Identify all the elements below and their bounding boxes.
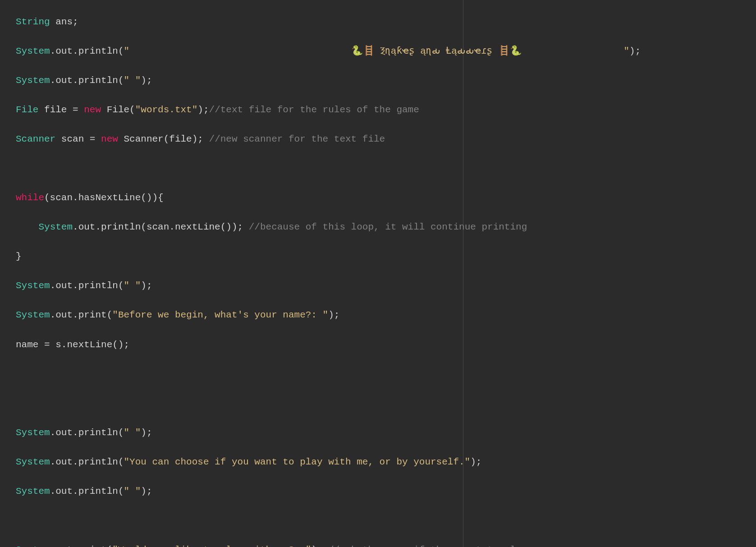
object-ref: System <box>16 545 50 547</box>
code-text: scan <box>55 134 90 144</box>
comment: //ask the user if they want to play <box>328 545 533 547</box>
code-line-empty[interactable] <box>16 367 756 382</box>
paren: ( <box>107 545 113 547</box>
constructor: Scanner <box>124 134 163 144</box>
paren: ( <box>129 105 135 115</box>
method-call: println <box>78 75 118 86</box>
paren: ( <box>107 310 113 320</box>
paren: ( <box>118 486 124 496</box>
dot: . <box>73 545 78 547</box>
dot: . <box>73 280 78 291</box>
code-line-empty[interactable] <box>16 396 756 411</box>
argument: file <box>169 134 192 144</box>
method-call: print <box>78 310 107 320</box>
object-ref: System <box>38 222 73 232</box>
property: out <box>55 486 73 496</box>
string-literal: "words.txt" <box>135 105 198 115</box>
condition: (scan.hasNextLine()){ <box>44 193 164 203</box>
code-line[interactable]: System.out.println("You can choose if yo… <box>16 455 756 470</box>
object-ref: System <box>16 46 50 56</box>
comment: //because of this loop, it will continue… <box>249 222 533 232</box>
string-literal: " " <box>124 280 141 291</box>
constructor: File <box>107 105 129 115</box>
code-text: file <box>38 105 73 115</box>
paren: ); <box>141 280 152 291</box>
method-call: println <box>78 280 118 291</box>
dot: . <box>73 222 78 232</box>
method-call: println <box>78 486 118 496</box>
string-literal: " " <box>124 486 141 496</box>
code-line[interactable]: System.out.println(" "); <box>16 74 756 88</box>
paren: ( <box>118 280 124 291</box>
dot: . <box>95 222 101 232</box>
dot: . <box>50 46 56 56</box>
code-line[interactable]: name = s.nextLine(); <box>16 338 756 353</box>
dot: . <box>73 75 78 86</box>
comment: //new scanner for the text file <box>209 134 385 144</box>
code-editor[interactable]: String ans; System.out.println(" 🐍🪜 Ⲝɳąƙ… <box>0 0 756 547</box>
object-ref: System <box>16 310 50 320</box>
type-keyword: String <box>16 17 50 27</box>
dot: . <box>50 310 56 320</box>
paren: ); <box>470 457 481 467</box>
method-call: println <box>78 457 118 467</box>
type-keyword: Scanner <box>16 134 55 144</box>
object-ref: System <box>16 75 50 86</box>
code-line[interactable]: File file = new File("words.txt");//text… <box>16 103 756 118</box>
object-ref: System <box>16 457 50 467</box>
new-keyword: new <box>78 105 107 115</box>
dot: . <box>73 46 78 56</box>
string-literal: "You can choose if you want to play with… <box>124 457 470 467</box>
operator: = <box>44 340 50 350</box>
dot: . <box>50 280 56 291</box>
paren: ); <box>141 75 152 86</box>
new-keyword: new <box>95 134 124 144</box>
code-line[interactable]: while(scan.hasNextLine()){ <box>16 191 756 206</box>
paren: ( <box>118 46 124 56</box>
code-line[interactable]: System.out.println(" "); <box>16 279 756 294</box>
dot: . <box>50 545 56 547</box>
paren: ); <box>197 105 209 115</box>
operator: = <box>73 105 78 115</box>
code-line[interactable]: System.out.print("Would you like to play… <box>16 543 756 547</box>
while-keyword: while <box>16 193 44 203</box>
method-call: print <box>78 545 107 547</box>
code-line-empty[interactable] <box>16 514 756 529</box>
code-line[interactable]: System.out.println(" 🐍🪜 Ⲝɳąƙҽʂ ąɳԃ Ⱡąԃԃҽ… <box>16 44 756 59</box>
object-ref: System <box>16 280 50 291</box>
code-line[interactable]: System.out.print("Before we begin, what'… <box>16 308 756 323</box>
dot: . <box>50 457 56 467</box>
code-line[interactable]: } <box>16 249 756 264</box>
string-literal: "Would you like to play with me?: " <box>112 545 311 547</box>
paren: ); <box>311 545 328 547</box>
dot: . <box>73 427 78 438</box>
dot: . <box>50 486 56 496</box>
dot: . <box>73 486 78 496</box>
method-call: println <box>78 427 118 438</box>
code-line[interactable]: System.out.println(" "); <box>16 426 756 441</box>
paren: ); <box>328 310 339 320</box>
code-line[interactable]: Scanner scan = new Scanner(file); //new … <box>16 132 756 147</box>
code-text: s.nextLine(); <box>50 340 129 350</box>
operator: = <box>90 134 96 144</box>
object-ref: System <box>16 427 50 438</box>
code-line[interactable]: System.out.println(scan.nextLine()); //b… <box>16 220 756 235</box>
paren: ( <box>118 427 124 438</box>
paren: ); <box>141 486 152 496</box>
code-line[interactable]: System.out.println(" "); <box>16 484 756 499</box>
dot: . <box>50 75 56 86</box>
code-text: ans; <box>50 17 78 27</box>
code-line[interactable]: String ans; <box>16 15 756 30</box>
property: out <box>55 75 73 86</box>
property: out <box>78 222 96 232</box>
method-call: println <box>78 46 118 56</box>
paren: ); <box>192 134 209 144</box>
comment: //text file for the rules of the game <box>209 105 419 115</box>
string-literal: "Before we begin, what's your name?: " <box>112 310 328 320</box>
property: out <box>55 280 73 291</box>
dot: . <box>50 427 56 438</box>
brace: } <box>16 251 22 262</box>
method-call: println <box>101 222 141 232</box>
code-line-empty[interactable] <box>16 161 756 176</box>
object-ref: System <box>16 486 50 496</box>
